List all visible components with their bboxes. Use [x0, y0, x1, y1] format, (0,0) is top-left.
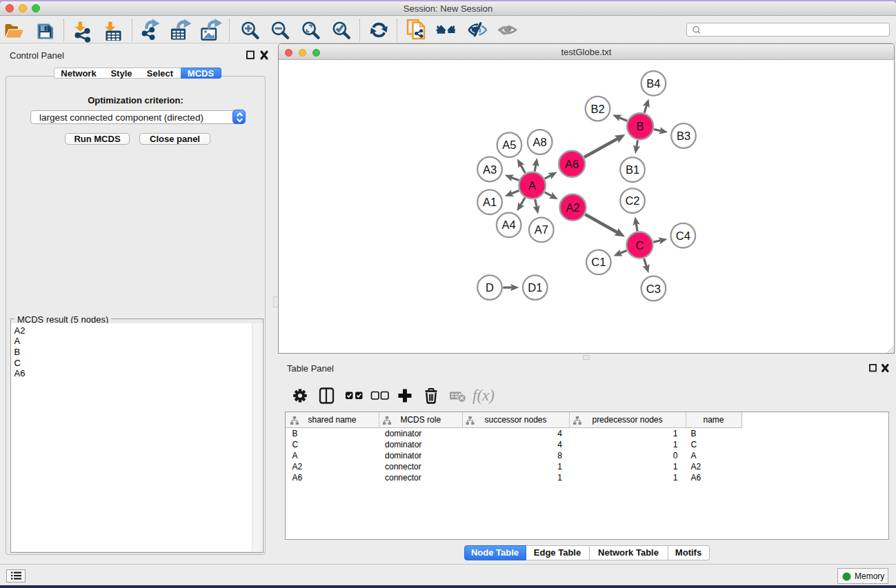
svg-text:A2: A2: [566, 201, 579, 214]
svg-text:A8: A8: [533, 136, 547, 148]
svg-text:A5: A5: [502, 139, 516, 151]
svg-text:D1: D1: [528, 281, 542, 294]
svg-text:f(x): f(x): [472, 387, 495, 404]
svg-text:B1: B1: [626, 163, 639, 176]
svg-text:A4: A4: [502, 219, 516, 231]
svg-text:B: B: [637, 120, 644, 132]
svg-text:C4: C4: [676, 230, 690, 242]
svg-text:C3: C3: [646, 283, 661, 295]
svg-text:A: A: [528, 179, 536, 192]
svg-text:B3: B3: [677, 130, 690, 142]
svg-text:A7: A7: [535, 223, 548, 236]
svg-text:B4: B4: [646, 77, 660, 90]
svg-text:B2: B2: [590, 103, 604, 115]
svg-text:C: C: [635, 239, 644, 252]
svg-text:D: D: [486, 281, 494, 294]
svg-text:A1: A1: [483, 196, 497, 208]
svg-text:A6: A6: [565, 158, 579, 170]
svg-text:A3: A3: [483, 163, 497, 176]
svg-text:C1: C1: [591, 256, 606, 268]
svg-text:C2: C2: [625, 194, 639, 207]
